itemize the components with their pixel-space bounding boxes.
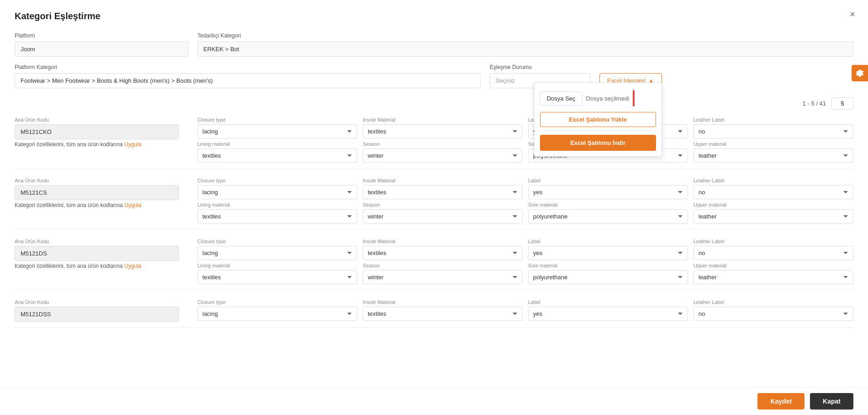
product-3-fields-row-2: Lining material textiles Season winter S… (197, 263, 853, 284)
product-3-upper-group: Upper material leather (693, 263, 853, 284)
leather-label-select-1[interactable]: no (693, 124, 853, 138)
category-row: Platform Kategori Footwear > Men Footwea… (15, 64, 853, 88)
modal-title: Kategori Eşleştirme (15, 11, 853, 21)
closure-type-select-4[interactable]: lacing (197, 307, 357, 321)
product-code-input-2[interactable] (15, 185, 179, 200)
product-2-insole-group: Insole Material textiles (363, 178, 523, 199)
label-select-4[interactable]: yes (528, 307, 688, 321)
product-code-label-2: Ana Ürün Kodu (15, 178, 197, 183)
upper-material-label-3: Upper material (693, 263, 853, 268)
product-2-leather-label-group: Leather Label no (693, 178, 853, 199)
closure-type-select-2[interactable]: lacing (197, 185, 357, 199)
platform-input[interactable] (15, 42, 188, 57)
apply-text-3: Kategori özelliklerini, tüm ana ürün kod… (15, 263, 123, 269)
season-select-3[interactable]: winter (363, 270, 523, 284)
product-3-top-row: Ana Ürün Kodu Kategori özelliklerini, tü… (15, 239, 853, 284)
leather-label-label-1: Leather Label (693, 117, 853, 122)
supplier-input[interactable] (197, 42, 853, 57)
leather-label-label-3: Leather Label (693, 239, 853, 244)
excel-sablonu-indir-button[interactable]: Excel Şablonu İndir (540, 135, 656, 151)
close-icon-button[interactable]: × (850, 9, 855, 20)
season-select-1[interactable]: winter (363, 149, 523, 163)
product-1-fields-row-1: Closure type lacing Insole Material text… (197, 117, 853, 138)
product-1-leather-label-group: Leather Label no (693, 117, 853, 138)
product-code-input-3[interactable] (15, 246, 179, 261)
product-1-fields-row-2: Lining material textiles Season winter S… (197, 141, 853, 163)
upper-material-select-1[interactable]: leather (693, 149, 853, 163)
product-4-closure-group: Closure type lacing (197, 299, 357, 321)
dosya-secilmedi-text: Dosya seçilmedi (586, 95, 630, 102)
product-3-fields-row-1: Closure type lacing Insole Material text… (197, 239, 853, 260)
apply-text-1: Kategori özelliklerini, tüm ana ürün kod… (15, 141, 123, 148)
insole-material-select-3[interactable]: textiles (363, 246, 523, 260)
settings-icon-button[interactable] (852, 65, 868, 81)
insole-material-select-2[interactable]: textiles (363, 185, 523, 199)
lining-material-select-2[interactable]: textiles (197, 209, 357, 223)
close-footer-button[interactable]: Kapat (810, 393, 853, 410)
product-code-label-3: Ana Ürün Kodu (15, 239, 197, 244)
label-select-3[interactable]: yes (528, 246, 688, 260)
platform-category-group: Platform Kategori Footwear > Men Footwea… (15, 64, 481, 88)
insole-material-label-1: Insole Material (363, 117, 523, 122)
apply-link-group-2: Kategori özelliklerini, tüm ana ürün kod… (15, 202, 197, 208)
insole-material-label-2: Insole Material (363, 178, 523, 183)
season-select-2[interactable]: winter (363, 209, 523, 223)
match-status-label: Eşleşme Durumu (490, 64, 590, 70)
season-label-1: Season (363, 141, 523, 147)
dosya-sec-row: Dosya Seç Dosya seçilmedi (535, 86, 662, 110)
platform-category-select[interactable]: Footwear > Men Footwear > Boots & High B… (15, 73, 481, 88)
product-2-sole-group: Sole material polyurethane (528, 202, 688, 223)
product-2-label-group: Label yes (528, 178, 688, 199)
excel-sablonu-yukle-button[interactable]: Excel Şablonu Yükle (540, 112, 656, 127)
lining-material-label-1: Lining material (197, 141, 357, 147)
product-code-input-4[interactable] (15, 307, 179, 322)
apply-anchor-3[interactable]: Uygula (124, 263, 141, 269)
lining-material-select-3[interactable]: textiles (197, 270, 357, 284)
product-3-lining-group: Lining material textiles (197, 263, 357, 284)
season-label-3: Season (363, 263, 523, 268)
season-label-2: Season (363, 202, 523, 208)
dosya-sec-button[interactable]: Dosya Seç (540, 91, 582, 106)
apply-link-group-3: Kategori özelliklerini, tüm ana ürün kod… (15, 263, 197, 269)
upper-material-select-2[interactable]: leather (693, 209, 853, 223)
save-button[interactable]: Kaydet (757, 393, 804, 410)
leather-label-select-4[interactable]: no (693, 307, 853, 321)
supplier-label: Tedarikçi Kategori (197, 32, 853, 39)
excel-dropdown: Dosya Seç Dosya seçilmedi Excel Şablonu … (534, 82, 662, 157)
leather-label-select-3[interactable]: no (693, 246, 853, 260)
sole-material-label-3: Sole material (528, 263, 688, 268)
label-select-2[interactable]: yes (528, 185, 688, 199)
product-2-upper-group: Upper material leather (693, 202, 853, 223)
product-4-leather-label-group: Leather Label no (693, 299, 853, 321)
product-1-right: Closure type lacing Insole Material text… (197, 117, 853, 163)
insole-material-select-4[interactable]: textiles (363, 307, 523, 321)
apply-anchor-2[interactable]: Uygula (124, 202, 141, 208)
insole-material-label-3: Insole Material (363, 239, 523, 244)
product-4-insole-group: Insole Material textiles (363, 299, 523, 321)
dropdown-divider (535, 131, 662, 131)
product-4-top-row: Ana Ürün Kodu Closure type lacing Insole… (15, 299, 853, 322)
product-2-closure-group: Closure type lacing (197, 178, 357, 199)
product-4-fields-row-1: Closure type lacing Insole Material text… (197, 299, 853, 321)
product-2-season-group: Season winter (363, 202, 523, 223)
products-container: Ana Ürün Kodu Kategori özelliklerini, tü… (15, 117, 853, 328)
lining-material-label-3: Lining material (197, 263, 357, 268)
upper-material-select-3[interactable]: leather (693, 270, 853, 284)
sole-material-select-2[interactable]: polyurethane (528, 209, 688, 223)
sole-material-select-3[interactable]: polyurethane (528, 270, 688, 284)
product-3-right: Closure type lacing Insole Material text… (197, 239, 853, 284)
insole-material-select-1[interactable]: textiles (363, 124, 523, 138)
closure-type-select-3[interactable]: lacing (197, 246, 357, 260)
product-code-input-1[interactable] (15, 124, 179, 139)
platform-group: Platform (15, 32, 188, 57)
product-3-season-group: Season winter (363, 263, 523, 284)
apply-anchor-1[interactable]: Uygula (124, 141, 141, 148)
closure-type-select-1[interactable]: lacing (197, 124, 357, 138)
red-bar-indicator (633, 90, 635, 106)
leather-label-select-2[interactable]: no (693, 185, 853, 199)
top-controls-row: 1 - 5 / 41 (15, 97, 853, 110)
product-1-insole-group: Insole Material textiles (363, 117, 523, 138)
lining-material-select-1[interactable]: textiles (197, 149, 357, 163)
closure-type-label-4: Closure type (197, 299, 357, 305)
page-input[interactable] (831, 97, 853, 110)
